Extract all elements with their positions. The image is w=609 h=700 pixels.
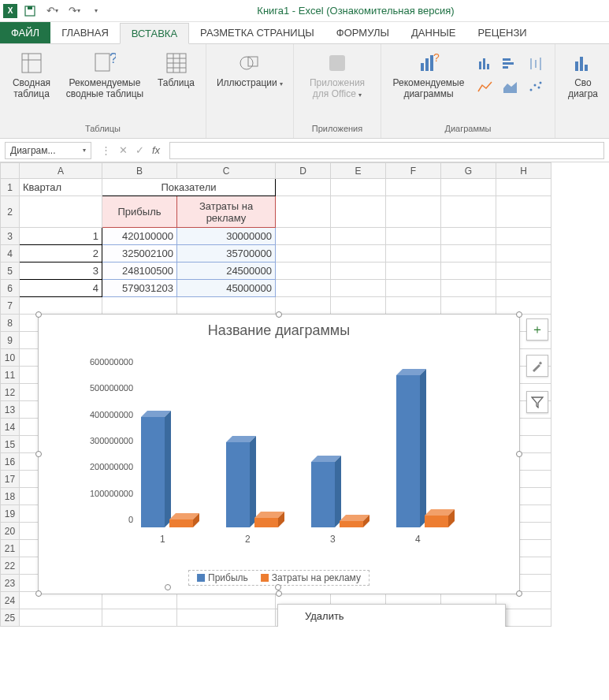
resize-handle[interactable] — [516, 590, 522, 597]
tab-home[interactable]: ГЛАВНАЯ — [50, 22, 120, 43]
col-header-a[interactable]: A — [20, 163, 102, 179]
bar-profit-q4[interactable] — [396, 375, 420, 527]
chart-stock-icon[interactable] — [525, 54, 547, 74]
tab-formulas[interactable]: ФОРМУЛЫ — [325, 22, 400, 43]
cancel-formula-icon[interactable]: ✕ — [119, 144, 128, 156]
svg-rect-35 — [580, 57, 583, 71]
resize-handle[interactable] — [276, 311, 282, 318]
bar-adcost-q1[interactable] — [169, 519, 193, 527]
bar-adcost-q3[interactable] — [340, 521, 363, 527]
tab-pagelayout[interactable]: РАЗМЕТКА СТРАНИЦЫ — [189, 22, 325, 43]
chart-column-icon[interactable] — [474, 54, 496, 74]
fx-icon[interactable]: fx — [152, 144, 160, 156]
table-button[interactable]: Таблица — [154, 47, 198, 88]
row-1[interactable]: 1 Квартал Показатели — [1, 179, 551, 196]
pivotchart-icon — [570, 50, 596, 76]
select-all-corner[interactable] — [1, 163, 20, 179]
pivotchart-label: Сво диагра — [563, 77, 603, 99]
svg-rect-22 — [487, 64, 489, 69]
row-4[interactable]: 4232500210035700000 — [1, 245, 551, 262]
svg-rect-2 — [22, 54, 41, 73]
col-header-c[interactable]: C — [177, 163, 276, 179]
ctx-delete[interactable]: Удалить — [278, 605, 505, 627]
resize-handle[interactable] — [35, 311, 42, 318]
plot-area[interactable]: 600000000 500000000 400000000 300000000 … — [70, 362, 488, 551]
chart-elements-button[interactable]: ＋ — [526, 318, 548, 341]
table-label: Таблица — [158, 77, 195, 88]
legend-handle[interactable] — [165, 584, 171, 590]
cell-b2[interactable]: Прибыль — [102, 196, 177, 228]
chart-object[interactable]: Название диаграммы 600000000 500000000 4… — [38, 314, 520, 594]
apps-label: Приложения для Office ▾ — [302, 77, 373, 99]
tab-review[interactable]: РЕЦЕНЗИ — [466, 22, 537, 43]
chart-bar-icon[interactable] — [499, 54, 522, 74]
svg-rect-1 — [28, 6, 32, 9]
illustrations-button[interactable]: Иллюстрации ▾ — [214, 47, 285, 88]
resize-handle[interactable] — [516, 311, 522, 318]
row-5[interactable]: 5324810050024500000 — [1, 262, 551, 280]
pivot-table-button[interactable]: Сводная таблица — [8, 47, 55, 99]
col-header-e[interactable]: E — [331, 163, 386, 179]
svg-point-13 — [240, 57, 253, 69]
row-7[interactable]: 7 — [1, 297, 551, 315]
save-icon[interactable] — [20, 2, 39, 20]
chart-scatter-icon[interactable] — [525, 77, 547, 98]
name-box[interactable]: Диаграм... ▾ — [5, 142, 91, 159]
tab-insert[interactable]: ВСТАВКА — [120, 23, 189, 44]
bar-profit-q3[interactable] — [311, 462, 335, 527]
chart-styles-button[interactable] — [526, 355, 548, 377]
chart-area-icon[interactable] — [499, 77, 522, 98]
recommended-charts-button[interactable]: ? Рекомендуемые диаграммы — [389, 47, 468, 99]
resize-handle[interactable] — [276, 590, 282, 597]
redo-icon[interactable]: ↷▾ — [65, 2, 84, 20]
col-header-f[interactable]: F — [386, 163, 441, 179]
col-header-g[interactable]: G — [441, 163, 496, 179]
chart-filters-button[interactable] — [526, 391, 548, 413]
pivot-table-icon — [19, 50, 44, 76]
bar-profit-q1[interactable] — [141, 417, 165, 527]
qat-customize-icon[interactable]: ▾ — [87, 2, 106, 20]
ribbon-group-pivotchart: Сво диагра — [555, 44, 609, 138]
ribbon-group-illustrations: Иллюстрации ▾ — [206, 44, 294, 138]
worksheet: A B C D E F G H 1 Квартал Показатели 2 П… — [0, 162, 609, 627]
cell-a1[interactable]: Квартал — [20, 179, 102, 196]
col-header-d[interactable]: D — [276, 163, 331, 179]
cell-bc1[interactable]: Показатели — [102, 179, 276, 196]
svg-rect-5 — [95, 54, 110, 71]
chart-legend[interactable]: Прибыль Затраты на рекламу — [188, 570, 369, 586]
legend-handle[interactable] — [275, 584, 281, 590]
col-header-h[interactable]: H — [496, 163, 551, 179]
svg-point-30 — [530, 89, 533, 91]
formula-input[interactable] — [169, 142, 604, 159]
tab-data[interactable]: ДАННЫЕ — [400, 22, 466, 43]
row-6[interactable]: 6457903120345000000 — [1, 280, 551, 297]
bar-adcost-q2[interactable] — [254, 518, 278, 527]
resize-handle[interactable] — [35, 451, 42, 457]
bar-adcost-q4[interactable] — [425, 516, 448, 527]
recommended-pivot-button[interactable]: ? Рекомендуемые сводные таблицы — [61, 47, 148, 99]
resize-handle[interactable] — [516, 451, 522, 457]
formula-options-icon[interactable]: ⋮ — [101, 144, 111, 156]
tab-file[interactable]: ФАЙЛ — [0, 22, 50, 43]
table-icon — [164, 50, 189, 76]
legend-swatch-icon — [261, 574, 269, 582]
svg-point-31 — [534, 84, 537, 87]
row-3[interactable]: 3142010000030000000 — [1, 228, 551, 245]
chart-title[interactable]: Название диаграммы — [39, 315, 519, 342]
svg-rect-34 — [575, 61, 578, 71]
apps-for-office-button[interactable]: Приложения для Office ▾ — [302, 47, 373, 99]
col-header-b[interactable]: B — [102, 163, 177, 179]
x-tick-label: 3 — [330, 534, 336, 545]
ribbon-group-charts: ? Рекомендуемые диаграммы Диаграммы — [381, 44, 555, 138]
chart-line-icon[interactable] — [474, 77, 496, 98]
svg-rect-16 — [421, 63, 424, 71]
resize-handle[interactable] — [35, 590, 42, 597]
pivotchart-button[interactable]: Сво диагра — [563, 47, 603, 99]
formula-bar: Диаграм... ▾ ⋮ ✕ ✓ fx — [0, 139, 609, 162]
undo-icon[interactable]: ↶▾ — [43, 2, 61, 20]
enter-formula-icon[interactable]: ✓ — [136, 144, 144, 156]
cell-c2[interactable]: Затраты на рекламу — [177, 196, 276, 228]
bar-profit-q2[interactable] — [226, 442, 250, 527]
row-2[interactable]: 2 Прибыль Затраты на рекламу — [1, 196, 551, 228]
svg-rect-17 — [425, 58, 429, 71]
